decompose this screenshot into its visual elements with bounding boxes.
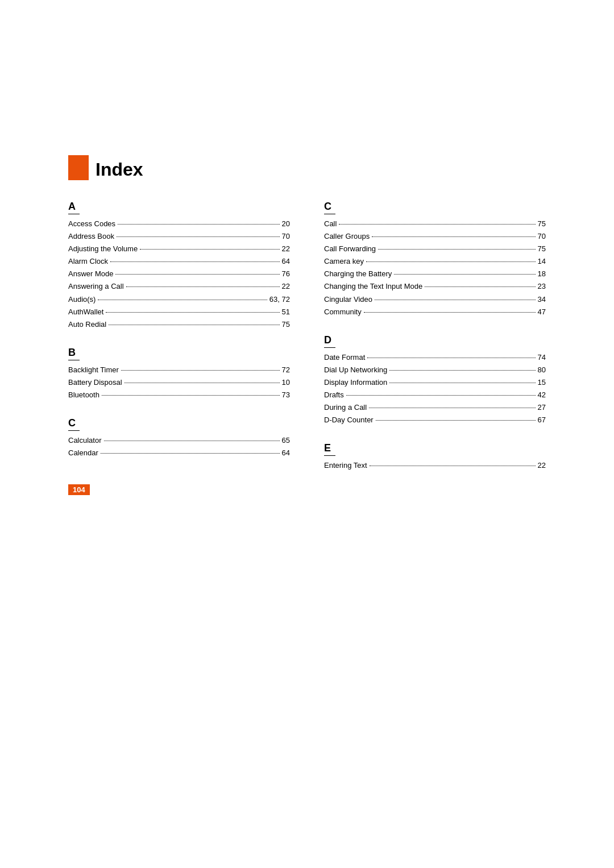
entry-name: Backlight Timer: [68, 364, 119, 376]
entry-dots: [375, 300, 535, 300]
entry-page: 47: [538, 306, 546, 318]
list-item: Date Format 74: [324, 351, 546, 364]
list-item: Answering a Call 22: [68, 280, 290, 293]
entry-name: Battery Disposal: [68, 376, 122, 389]
list-item: Answer Mode 76: [68, 268, 290, 280]
section-letter-a: A: [68, 201, 80, 214]
entry-name: Caller Groups: [324, 230, 370, 243]
entry-page: 70: [538, 230, 546, 243]
list-item: Call Forwarding 75: [324, 243, 546, 255]
section-letter-c-right: C: [324, 201, 335, 214]
entry-page: 14: [538, 255, 546, 268]
entry-dots: [140, 249, 279, 250]
entry-name: Auto Redial: [68, 318, 106, 331]
entry-dots: [117, 236, 280, 237]
list-item: Call 75: [324, 218, 546, 230]
entry-name: Dial Up Networking: [324, 364, 387, 376]
right-column: C Call 75 Caller Groups 70 Call Forwardi…: [324, 201, 546, 495]
index-content: A Access Codes 20 Address Book 70 Adjust…: [68, 201, 546, 495]
entry-dots: [367, 358, 535, 358]
entry-page: 75: [282, 318, 290, 331]
entry-dots: [101, 453, 280, 454]
entry-name: Alarm Clock: [68, 255, 108, 268]
entry-dots: [346, 395, 536, 396]
entry-page: 34: [538, 293, 546, 306]
list-item: Backlight Timer 72: [68, 364, 290, 376]
entry-page: 80: [538, 364, 546, 376]
entry-name: Calendar: [68, 447, 98, 459]
entry-name: Date Format: [324, 351, 365, 364]
entry-dots: [378, 249, 535, 250]
list-item: Calendar 64: [68, 447, 290, 459]
entry-dots: [121, 370, 280, 371]
entry-page: 75: [538, 243, 546, 255]
entry-page: 22: [282, 280, 290, 293]
list-item: Charging the Battery 18: [324, 268, 546, 280]
entry-page: 20: [282, 218, 290, 230]
entry-name: Charging the Battery: [324, 268, 392, 280]
entry-page: 22: [282, 243, 290, 255]
section-b: B Backlight Timer 72 Battery Disposal 10…: [68, 347, 290, 401]
entry-page: 22: [538, 459, 546, 472]
entry-name: Audio(s): [68, 293, 96, 306]
entry-page: 51: [282, 306, 290, 318]
list-item: Auto Redial 75: [68, 318, 290, 331]
list-item: Drafts 42: [324, 389, 546, 401]
section-letter-d: D: [324, 334, 335, 348]
entry-page: 64: [282, 255, 290, 268]
entry-name: Call: [324, 218, 337, 230]
entry-dots: [389, 383, 535, 383]
entry-page: 73: [282, 389, 290, 401]
list-item: Alarm Clock 64: [68, 255, 290, 268]
list-item: During a Call 27: [324, 401, 546, 414]
entry-dots: [98, 300, 267, 300]
entry-name: Call Forwarding: [324, 243, 376, 255]
entry-dots: [366, 261, 535, 262]
list-item: Address Book 70: [68, 230, 290, 243]
entry-name: Access Codes: [68, 218, 115, 230]
entry-page: 67: [538, 414, 546, 426]
entry-name: Community: [324, 306, 362, 318]
section-a: A Access Codes 20 Address Book 70 Adjust…: [68, 201, 290, 331]
page-number-badge: 104: [68, 484, 90, 495]
entry-name: During a Call: [324, 401, 367, 414]
page-container: Index A Access Codes 20 Address Book 70 …: [0, 0, 614, 541]
list-item: Camera key 14: [324, 255, 546, 268]
entry-dots: [109, 325, 279, 325]
section-letter-e: E: [324, 442, 335, 456]
entry-dots: [106, 312, 279, 313]
entry-name: Cingular Video: [324, 293, 372, 306]
entry-page: 72: [282, 364, 290, 376]
entry-dots: [115, 274, 279, 275]
list-item: Caller Groups 70: [324, 230, 546, 243]
entry-dots: [104, 441, 280, 441]
entry-name: Answer Mode: [68, 268, 113, 280]
entry-name: Camera key: [324, 255, 364, 268]
entry-name: Changing the Text Input Mode: [324, 280, 422, 293]
section-c-left: C Calculator 65 Calendar 64: [68, 417, 290, 459]
entry-name: Entering Text: [324, 459, 367, 472]
entry-page: 63, 72: [269, 293, 290, 306]
list-item: Access Codes 20: [68, 218, 290, 230]
entry-dots: [339, 224, 535, 225]
orange-accent-bar: [68, 160, 89, 180]
entry-dots: [118, 224, 279, 225]
entry-page: 23: [538, 280, 546, 293]
entry-dots: [364, 312, 536, 313]
entry-dots: [372, 236, 535, 237]
list-item: Community 47: [324, 306, 546, 318]
entry-page: 27: [538, 401, 546, 414]
entry-dots: [394, 274, 535, 275]
entry-page: 18: [538, 268, 546, 280]
list-item: Audio(s) 63, 72: [68, 293, 290, 306]
entry-page: 70: [282, 230, 290, 243]
entry-page: 76: [282, 268, 290, 280]
section-d: D Date Format 74 Dial Up Networking 80 D…: [324, 334, 546, 427]
entry-name: Answering a Call: [68, 280, 124, 293]
list-item: AuthWallet 51: [68, 306, 290, 318]
page-title: Index: [96, 159, 143, 180]
list-item: Dial Up Networking 80: [324, 364, 546, 376]
entry-dots: [369, 408, 535, 408]
list-item: Changing the Text Input Mode 23: [324, 280, 546, 293]
entry-page: 42: [538, 389, 546, 401]
